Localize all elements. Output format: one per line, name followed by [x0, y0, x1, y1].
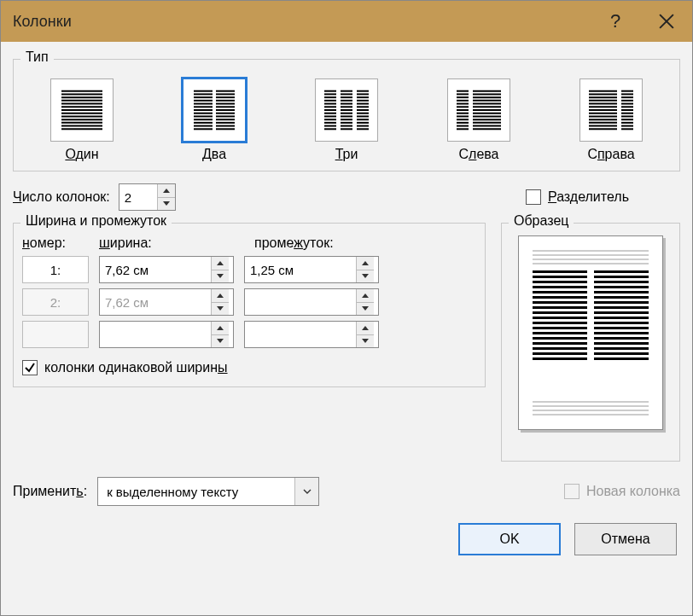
- cancel-button[interactable]: Отмена: [574, 523, 677, 555]
- svg-marker-132: [163, 189, 170, 193]
- svg-marker-144: [362, 326, 369, 330]
- apply-label: Применить:: [13, 484, 87, 499]
- preset-icon-wrap: [447, 78, 510, 142]
- preview-group: Образец: [501, 223, 680, 462]
- width-row: [22, 321, 476, 348]
- close-icon: [659, 14, 674, 29]
- spinner-down[interactable]: [357, 270, 374, 283]
- spinner-down: [357, 335, 374, 348]
- spinner-up: [357, 322, 374, 335]
- apply-combobox[interactable]: к выделенному тексту: [97, 477, 319, 506]
- preset-icon-right: [587, 88, 635, 132]
- preset-icon-wrap: [183, 78, 246, 142]
- width-row: 2:: [22, 288, 476, 316]
- new-column-label: Новая колонка: [586, 484, 680, 499]
- spinner-up: [212, 322, 229, 335]
- spinner-input: [100, 289, 211, 315]
- svg-marker-136: [362, 261, 369, 265]
- preset-icon-wrap: [50, 78, 114, 142]
- row-number: 2:: [22, 288, 89, 316]
- titlebar: Колонки ?: [1, 1, 692, 42]
- checkmark-icon: [24, 362, 36, 374]
- spinner-down[interactable]: [158, 198, 175, 211]
- spinner-up: [357, 289, 374, 303]
- preset-row: Один Два Три Слева Справа: [22, 72, 671, 162]
- checkbox-box: [22, 360, 38, 375]
- spinner-input[interactable]: [100, 257, 211, 282]
- preset-right[interactable]: Справа: [560, 78, 662, 162]
- row-number: 1:: [22, 256, 89, 283]
- preset-label: Два: [202, 147, 226, 162]
- ok-label: OK: [499, 532, 519, 547]
- spinner-buttons: [356, 289, 374, 315]
- preset-two[interactable]: Два: [163, 78, 265, 162]
- svg-marker-139: [217, 306, 224, 311]
- spinner-up[interactable]: [357, 257, 374, 270]
- spinner-up[interactable]: [212, 257, 229, 270]
- spinner-buttons: [356, 322, 374, 347]
- value-spinner[interactable]: [99, 256, 234, 283]
- equal-width-label: колонки одинаковой ширины: [44, 360, 228, 375]
- spinner-input: [245, 322, 356, 347]
- help-icon: ?: [610, 10, 620, 32]
- preset-label: Три: [335, 147, 358, 162]
- svg-marker-135: [217, 274, 224, 278]
- wp-headers: номер: ширина: промежуток:: [22, 235, 476, 251]
- window-title: Колонки: [13, 13, 590, 31]
- width-spacing-group: Ширина и промежуток номер: ширина: проме…: [13, 223, 486, 387]
- preview-legend: Образец: [509, 213, 574, 229]
- svg-marker-137: [362, 274, 369, 278]
- value-spinner: [244, 321, 379, 348]
- checkbox-box: [526, 189, 541, 205]
- svg-marker-141: [362, 306, 369, 311]
- row-number: [22, 321, 89, 348]
- preset-left[interactable]: Слева: [428, 78, 530, 162]
- spinner-down: [357, 303, 374, 316]
- width-row: 1:: [22, 256, 476, 283]
- spinner-buttons: [211, 257, 229, 282]
- value-spinner[interactable]: [244, 256, 379, 283]
- cancel-label: Отмена: [601, 532, 649, 547]
- chevron-down-icon: [303, 489, 312, 494]
- spinner-input: [245, 289, 356, 315]
- preset-icon-wrap: [579, 78, 643, 142]
- header-width: ширина:: [99, 235, 244, 251]
- preset-label: Слева: [458, 147, 498, 162]
- preset-one[interactable]: Один: [31, 78, 133, 162]
- svg-marker-134: [217, 261, 224, 265]
- svg-marker-143: [217, 339, 224, 343]
- value-spinner: [99, 288, 234, 316]
- equal-width-checkbox[interactable]: колонки одинаковой ширины: [22, 360, 228, 375]
- spinner-input[interactable]: [245, 257, 356, 282]
- combo-dropdown-button[interactable]: [294, 478, 318, 505]
- num-columns-spinner[interactable]: [119, 183, 176, 211]
- spinner-buttons: [356, 257, 374, 282]
- new-column-checkbox: Новая колонка: [564, 484, 680, 499]
- type-legend: Тип: [20, 49, 54, 65]
- spinner-down: [212, 335, 229, 348]
- num-columns-input[interactable]: [119, 184, 157, 210]
- svg-marker-133: [163, 201, 170, 206]
- value-spinner: [99, 321, 234, 348]
- width-spacing-legend: Ширина и промежуток: [20, 213, 172, 229]
- help-button[interactable]: ?: [590, 1, 641, 42]
- spinner-input: [100, 322, 211, 347]
- spinner-up[interactable]: [158, 184, 175, 198]
- value-spinner: [244, 288, 379, 316]
- apply-value: к выделенному тексту: [98, 478, 294, 505]
- separator-checkbox[interactable]: Разделитель: [526, 189, 629, 205]
- dialog-buttons: OK Отмена: [13, 523, 680, 555]
- preset-icon-left: [455, 88, 503, 132]
- header-spacing: промежуток:: [254, 235, 476, 251]
- spinner-down[interactable]: [212, 270, 229, 283]
- spinner-buttons: [211, 289, 229, 315]
- preset-three[interactable]: Три: [295, 78, 398, 162]
- preset-icon-wrap: [315, 78, 378, 142]
- spinner-up: [212, 289, 229, 303]
- checkbox-box: [564, 484, 579, 499]
- separator-label: Разделитель: [548, 189, 629, 205]
- close-button[interactable]: [641, 1, 692, 42]
- svg-marker-140: [362, 293, 369, 298]
- type-group: Тип Один Два Три Слева Справа: [13, 59, 680, 171]
- ok-button[interactable]: OK: [458, 523, 561, 555]
